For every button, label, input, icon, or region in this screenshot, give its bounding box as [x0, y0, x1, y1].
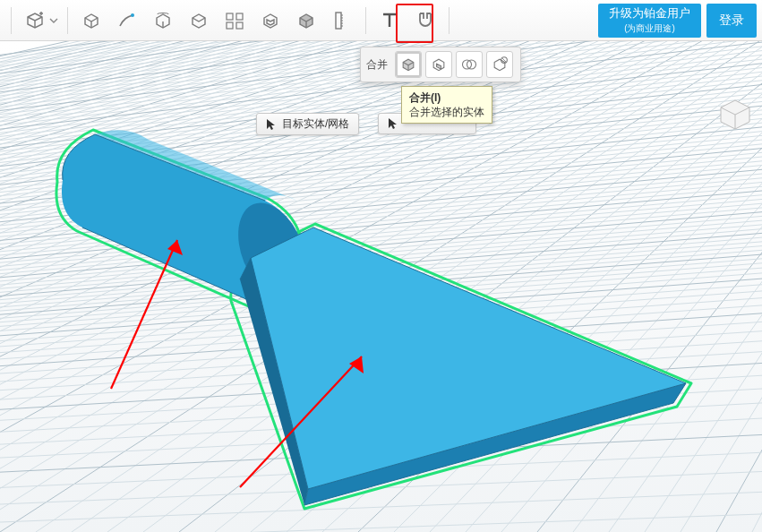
boolean-subtract-button[interactable]	[425, 51, 452, 78]
prompt-target-label: 目标实体/网格	[282, 116, 349, 132]
svg-point-0	[131, 13, 134, 17]
svg-rect-2	[236, 13, 243, 20]
shell-button[interactable]	[255, 5, 286, 36]
upgrade-button[interactable]: 升级为铂金用户 (为商业用途)	[598, 4, 701, 38]
push-pull-button[interactable]	[76, 5, 107, 36]
upgrade-sublabel: (为商业用途)	[609, 22, 690, 35]
pattern-button[interactable]	[219, 5, 250, 36]
tooltip-desc: 合并选择的实体	[409, 105, 484, 119]
prompt-target-entity: 目标实体/网格	[256, 113, 359, 135]
magnet-snap-button[interactable]	[410, 5, 441, 36]
svg-rect-3	[227, 22, 233, 29]
toolbar-separator	[365, 7, 366, 34]
cursor-icon	[266, 118, 277, 131]
revolve-button[interactable]	[148, 5, 178, 36]
primitive-dropdown-chevron[interactable]	[49, 16, 58, 25]
viewport-3d[interactable]: 目标实体/网格	[0, 41, 762, 532]
view-cube[interactable]	[714, 91, 757, 134]
svg-rect-5	[336, 13, 341, 29]
sweep-button[interactable]	[184, 5, 214, 36]
measure-button[interactable]	[327, 5, 357, 36]
svg-rect-4	[236, 22, 243, 29]
login-button[interactable]: 登录	[706, 4, 757, 38]
toolbar-separator	[67, 7, 68, 34]
boolean-union-button[interactable]	[395, 51, 422, 78]
sketch-button[interactable]	[112, 5, 142, 36]
boolean-tooltip: 合并(I) 合并选择的实体	[401, 86, 492, 124]
boolean-intersect-button[interactable]	[456, 51, 483, 78]
login-label: 登录	[719, 13, 744, 29]
boolean-split-button[interactable]	[486, 51, 513, 78]
primitive-cube-button[interactable]	[20, 5, 50, 36]
svg-rect-1	[227, 13, 233, 20]
boolean-button[interactable]	[291, 5, 321, 36]
toolbar-separator	[11, 7, 12, 34]
cursor-icon	[388, 117, 398, 130]
text-button[interactable]	[374, 5, 405, 36]
boolean-dropdown: 合并	[360, 47, 521, 82]
tooltip-title: 合并(I)	[409, 90, 484, 105]
main-toolbar: 升级为铂金用户 (为商业用途) 登录	[0, 0, 762, 41]
toolbar-separator	[449, 7, 449, 34]
upgrade-label: 升级为铂金用户	[609, 5, 690, 21]
boolean-dropdown-label: 合并	[366, 57, 388, 73]
